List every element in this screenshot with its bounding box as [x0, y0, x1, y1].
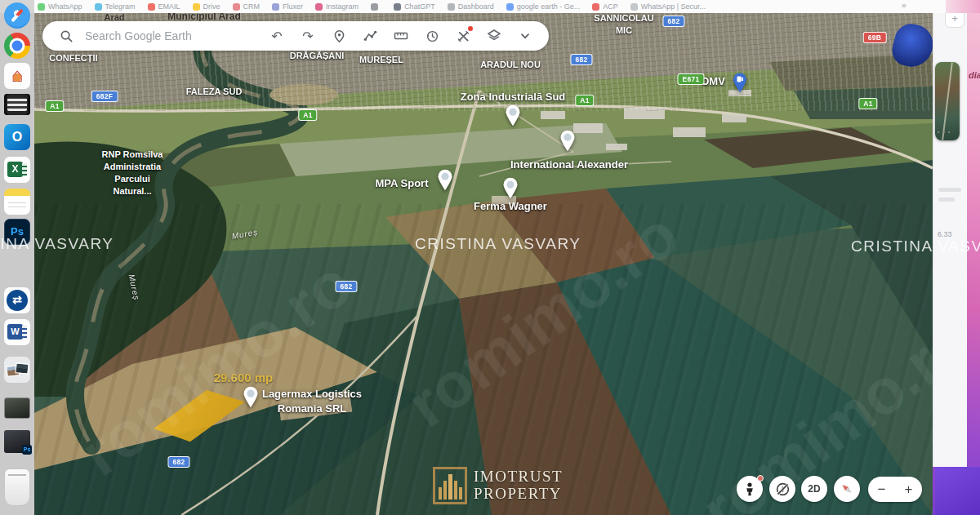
background-side-panel: + • • • 6.33	[933, 0, 967, 467]
place-pin-icon	[504, 104, 522, 127]
search-input[interactable]	[85, 29, 242, 42]
collapse-toolbar-chevron-icon[interactable]	[513, 24, 537, 48]
dock-image-file[interactable]	[4, 397, 30, 419]
bookmark-favicon	[148, 3, 155, 11]
bookmark-crm[interactable]: CRM	[233, 2, 261, 11]
bookmark-acp[interactable]: ACP	[592, 2, 618, 11]
bookmark-favicon	[233, 3, 240, 11]
bookmark-favicon	[315, 3, 323, 11]
compass-needle-icon	[836, 478, 857, 499]
bookmark-favicon	[272, 3, 279, 11]
bookmark-favicon	[448, 3, 455, 11]
2d-mode-button[interactable]: 2D	[801, 476, 827, 502]
dock-trash[interactable]	[4, 468, 30, 506]
pegman-notification-dot	[757, 475, 764, 482]
dock-safari[interactable]	[4, 2, 30, 29]
browser-bookmarks-bar: WhatsApp Telegram EMAIL Drive CRM Fluxer…	[0, 0, 980, 13]
google-earth-search-bar: ↶ ↷	[42, 21, 549, 51]
zoom-out-button[interactable]: −	[875, 482, 889, 498]
bookmark-globe[interactable]	[371, 3, 381, 11]
look-around-button[interactable]	[769, 476, 795, 502]
panel-placeholder-bar-2	[938, 198, 955, 202]
bookmark-email[interactable]: EMAIL	[148, 2, 180, 11]
dock-excel[interactable]	[4, 157, 30, 183]
dock-outlook[interactable]	[4, 124, 30, 150]
gas-station-pin[interactable]	[731, 72, 749, 93]
road-badge-a1-w: A1	[45, 100, 64, 112]
redo-icon[interactable]: ↷	[296, 24, 320, 48]
bookmark-label: Fluxer	[283, 2, 303, 11]
placemark-icon[interactable]	[327, 24, 351, 48]
bookmark-label: WhatsApp | Secur...	[641, 2, 706, 11]
place-pin-icon	[559, 129, 577, 152]
bookmark-whatsapp[interactable]: WhatsApp	[38, 2, 82, 11]
bookmark-label: WhatsApp	[48, 2, 82, 11]
map-viewport[interactable]: romimo.roromimo.roromimo.ro AradMunicipi…	[34, 13, 933, 515]
pin-international-alexander[interactable]	[559, 129, 577, 155]
compass-button[interactable]	[834, 476, 860, 502]
road-badge-a1-c: A1	[298, 109, 317, 121]
draw-path-icon[interactable]	[358, 24, 382, 48]
bookmark-instagram[interactable]: Instagram	[315, 2, 359, 11]
dock-chrome[interactable]	[4, 33, 30, 59]
gas-station-pin-icon	[731, 72, 749, 93]
road-badge-e671: E671	[677, 73, 704, 85]
dock-word[interactable]	[4, 319, 30, 345]
undo-icon[interactable]: ↶	[265, 24, 289, 48]
bookmark-fluxer[interactable]: Fluxer	[272, 2, 303, 11]
satellite-terrain	[34, 13, 933, 515]
pin-lagermax-logistics[interactable]	[242, 385, 260, 411]
dock-film-app[interactable]	[4, 94, 30, 115]
measure-icon[interactable]	[389, 24, 413, 48]
dock-teamviewer[interactable]	[4, 287, 30, 313]
partial-background-text: dia	[969, 70, 980, 80]
layers-icon[interactable]	[482, 24, 506, 48]
dock-psd-file[interactable]	[4, 430, 30, 453]
dock-photoshop[interactable]	[4, 219, 30, 245]
bookmark-favicon	[193, 3, 200, 11]
thumbnail-dots: • • •	[938, 129, 951, 135]
zoom-control: − +	[868, 477, 922, 502]
search-icon[interactable]	[54, 24, 78, 48]
bookmark-favicon	[95, 3, 102, 11]
dock-realestate-app[interactable]	[4, 63, 30, 89]
bookmark-favicon	[592, 3, 599, 11]
road-badge-682-ne: 682	[570, 54, 592, 65]
pin-zona-industriala-sud[interactable]	[504, 104, 522, 130]
logo-line1: IMOTRUST	[474, 468, 563, 486]
pegman-button[interactable]	[737, 476, 763, 502]
tools-notification-dot	[468, 26, 473, 31]
bookmarks-overflow-chevron[interactable]: »	[902, 1, 906, 10]
pegman-icon	[742, 482, 757, 496]
road-badge-682-n: 682	[662, 16, 684, 27]
pin-mpa-sport[interactable]	[436, 168, 454, 194]
bookmark-favicon	[630, 3, 638, 11]
bookmark-google-earth[interactable]: google earth - Ge...	[506, 2, 581, 11]
place-pin-icon	[436, 168, 454, 191]
bookmark-whatsapp-secur[interactable]: WhatsApp | Secur...	[630, 2, 706, 11]
dock-notes[interactable]	[4, 189, 30, 215]
road-badge-682f: 682F	[91, 91, 118, 102]
bookmark-label: CRM	[243, 2, 261, 11]
pin-ferma-wagner[interactable]	[501, 176, 519, 202]
bookmark-label: EMAIL	[158, 2, 180, 11]
imotrust-logo: IMOTRUST PROPERTY	[433, 467, 563, 504]
zoom-in-button[interactable]: +	[902, 482, 916, 498]
road-badge-682-m: 682	[335, 281, 357, 292]
bookmark-label: Drive	[203, 2, 220, 11]
tools-icon[interactable]	[451, 24, 475, 48]
bookmark-drive[interactable]: Drive	[193, 2, 220, 11]
bookmark-dashboard[interactable]: Dashboard	[448, 2, 494, 11]
bookmark-telegram[interactable]: Telegram	[95, 2, 136, 11]
historical-imagery-icon[interactable]	[420, 24, 444, 48]
background-window-top-corner	[946, 0, 980, 13]
bookmark-label: ACP	[603, 2, 618, 11]
dock-photos-folder[interactable]	[4, 357, 30, 383]
panel-placeholder-bar	[938, 188, 961, 192]
panel-reading: 6.33	[938, 230, 952, 238]
place-pin-icon	[242, 385, 260, 408]
bookmark-chatgpt[interactable]: ChatGPT	[394, 2, 435, 11]
bookmark-label: Instagram	[326, 2, 359, 11]
place-pin-icon	[501, 176, 519, 199]
logo-line2: PROPERTY	[474, 486, 563, 503]
